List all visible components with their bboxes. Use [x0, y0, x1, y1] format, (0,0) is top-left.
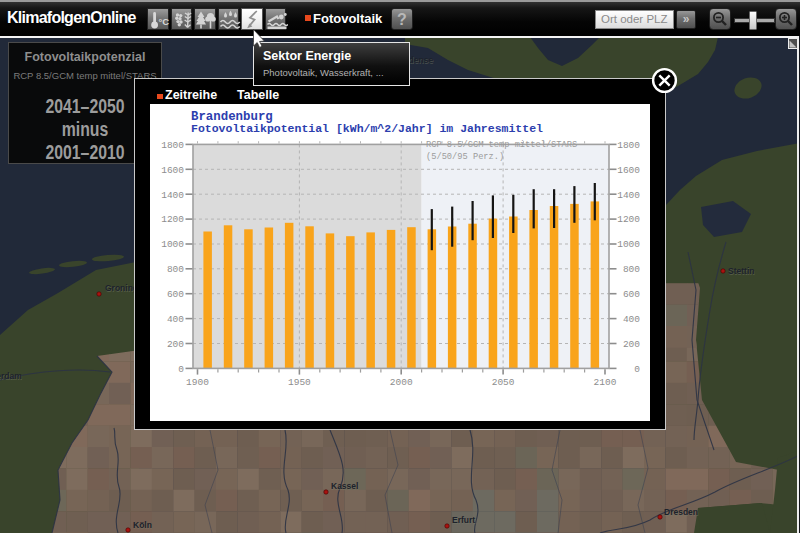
svg-text:Dresden: Dresden — [664, 507, 698, 517]
svg-text:1900: 1900 — [186, 377, 209, 388]
svg-text:800: 800 — [167, 264, 184, 275]
svg-text:0: 0 — [178, 364, 184, 375]
svg-text:°C: °C — [159, 16, 170, 27]
svg-text:1950: 1950 — [288, 377, 311, 388]
svg-text:0: 0 — [634, 364, 640, 375]
svg-text:800: 800 — [623, 264, 640, 275]
svg-text:1200: 1200 — [161, 214, 184, 225]
svg-text:1400: 1400 — [617, 190, 640, 201]
svg-text:200: 200 — [167, 339, 184, 350]
svg-text:600: 600 — [623, 289, 640, 300]
svg-text:Erfurt: Erfurt — [452, 515, 475, 525]
svg-text:(5/50/95 Perz.): (5/50/95 Perz.) — [426, 152, 504, 162]
svg-text:Fotovoltaikpotential [kWh/m^2/: Fotovoltaikpotential [kWh/m^2/Jahr] im J… — [191, 122, 543, 135]
svg-text:2100: 2100 — [594, 377, 617, 388]
svg-text:400: 400 — [167, 314, 184, 325]
svg-text:1000: 1000 — [617, 239, 640, 250]
svg-text:Köln: Köln — [133, 520, 152, 530]
svg-text:Amsterdam: Amsterdam — [0, 371, 22, 381]
svg-text:200: 200 — [623, 339, 640, 350]
svg-text:1400: 1400 — [161, 190, 184, 201]
svg-text:1200: 1200 — [617, 214, 640, 225]
svg-text:400: 400 — [623, 314, 640, 325]
svg-text:1000: 1000 — [161, 239, 184, 250]
svg-text:1800: 1800 — [161, 140, 184, 151]
svg-text:2050: 2050 — [492, 377, 515, 388]
svg-text:1800: 1800 — [617, 140, 640, 151]
svg-text:RCP 8.5/GCM temp mittel/STARS: RCP 8.5/GCM temp mittel/STARS — [426, 140, 577, 150]
svg-text:600: 600 — [167, 289, 184, 300]
svg-text:Stettin: Stettin — [728, 266, 754, 276]
svg-text:1600: 1600 — [617, 165, 640, 176]
svg-text:Kassel: Kassel — [331, 481, 358, 491]
svg-text:2000: 2000 — [390, 377, 413, 388]
svg-text:1600: 1600 — [161, 165, 184, 176]
